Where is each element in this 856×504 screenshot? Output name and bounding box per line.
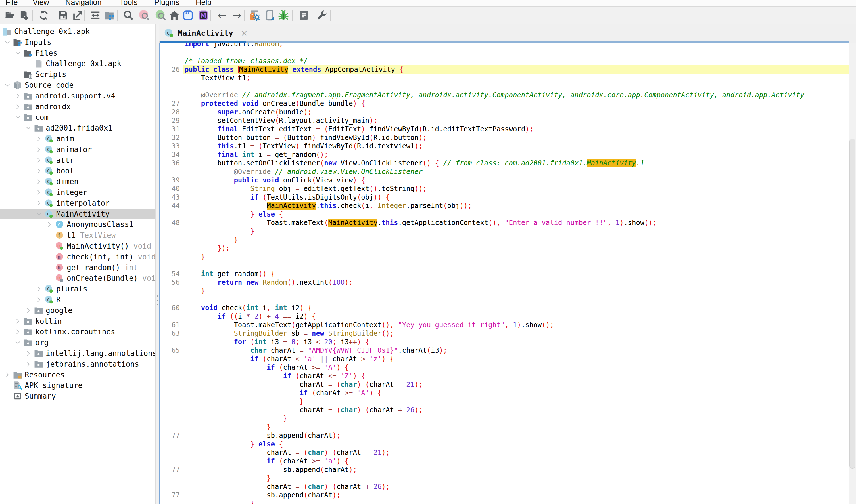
save-all-icon[interactable] (57, 9, 69, 22)
workspace-folder-icon[interactable] (103, 9, 115, 22)
editor-scrollbar[interactable] (849, 43, 856, 504)
tree-item-org[interactable]: org (0, 337, 155, 348)
main-activity-home-icon[interactable] (168, 9, 181, 22)
menu-tools[interactable]: Tools (120, 0, 138, 6)
methods-m-icon[interactable]: M (197, 9, 210, 22)
add-files-icon[interactable] (18, 9, 30, 22)
code-text: if (charAt < 'a' || charAt > 'z') { (250, 355, 394, 363)
code-search-icon[interactable] (155, 9, 167, 22)
chevron-down-icon[interactable] (35, 211, 42, 217)
chevron-right-icon[interactable] (35, 200, 42, 206)
menu-help[interactable]: Help (196, 0, 212, 6)
tree-item-oncreate-bundle[interactable]: monCreate(Bundle) void (0, 273, 155, 284)
line-number: 44 (160, 201, 180, 210)
tree-item-scripts[interactable]: Scripts (0, 69, 155, 80)
tree-item-apk-signature[interactable]: APK signature (0, 380, 155, 391)
chevron-right-icon[interactable] (25, 307, 32, 314)
log-viewer-icon[interactable] (298, 9, 310, 22)
tree-item-bool[interactable]: cbool (0, 165, 155, 176)
chevron-right-icon[interactable] (15, 318, 21, 325)
chevron-right-icon[interactable] (35, 146, 42, 153)
chevron-right-icon[interactable] (35, 286, 42, 292)
code-text: } (234, 236, 238, 244)
fit-width-icon[interactable] (89, 9, 102, 22)
tree-item-t1[interactable]: ft1 TextView (0, 230, 155, 241)
menu-view[interactable]: View (33, 0, 49, 6)
device-icon[interactable] (264, 9, 276, 22)
menu-navigation[interactable]: Navigation (65, 0, 102, 6)
chevron-right-icon[interactable] (35, 157, 42, 164)
code-text: } (300, 397, 303, 406)
tree-item-integer[interactable]: cinteger (0, 187, 155, 198)
editor-scrollbar-thumb[interactable] (850, 139, 855, 469)
tree-item-kotlinx-coroutines[interactable]: kotlinx.coroutines (0, 326, 155, 337)
chevron-right-icon[interactable] (35, 189, 42, 196)
tree-item-attr[interactable]: cattr (0, 155, 155, 166)
tree-item-check-int-int[interactable]: mcheck(int, int) void (0, 251, 155, 262)
menu-plugins[interactable]: Plugins (154, 0, 179, 6)
tree-item-files[interactable]: Files (0, 48, 155, 58)
tree-item-anim[interactable]: canim (0, 133, 155, 144)
chevron-right-icon[interactable] (46, 221, 53, 228)
deobfuscation-icon[interactable] (248, 9, 261, 22)
chevron-down-icon[interactable] (15, 50, 21, 56)
tree-item-label: google (46, 306, 72, 315)
chevron-right-icon[interactable] (25, 350, 32, 357)
tree-item-mainactivity[interactable]: cMainActivity (0, 209, 155, 219)
tree-item-get-random[interactable]: mget_random() int (0, 262, 155, 273)
menu-file[interactable]: File (5, 0, 18, 6)
chevron-right-icon[interactable] (15, 103, 21, 110)
text-search-icon[interactable] (122, 9, 135, 22)
tab-mainactivity[interactable]: c MainActivity × (164, 26, 248, 40)
tree-item-ad2001-frida0x1[interactable]: ad2001.frida0x1 (0, 123, 155, 133)
tree-item-androidx[interactable]: androidx (0, 101, 155, 112)
export-icon[interactable] (72, 9, 84, 22)
chevron-down-icon[interactable] (4, 39, 11, 46)
tree-item-challenge-0x1-apk[interactable]: Challenge 0x1.apk (0, 26, 155, 37)
tree-item-dimen[interactable]: cdimen (0, 176, 155, 187)
tree-item-com[interactable]: com (0, 112, 155, 123)
tree-item-android-support-v4[interactable]: android.support.v4 (0, 91, 155, 101)
tree-item-source-code[interactable]: Source code (0, 80, 155, 91)
preview-window-icon[interactable] (182, 9, 194, 22)
chevron-down-icon[interactable] (25, 125, 32, 131)
tree-item-plurals[interactable]: cplurals (0, 284, 155, 294)
code-editor[interactable]: import java.util.Random;/* loaded from: … (159, 43, 856, 504)
chevron-down-icon[interactable] (15, 114, 21, 121)
tree-item-intellij-lang-annotations[interactable]: intellij.lang.annotations (0, 348, 155, 359)
code-text: String obj = editText.getText().toString… (250, 184, 426, 193)
chevron-right-icon[interactable] (35, 296, 42, 303)
project-tree-panel[interactable]: Challenge 0x1.apkInputsFilesChallenge 0x… (0, 24, 155, 504)
chevron-right-icon[interactable] (4, 372, 11, 378)
chevron-right-icon[interactable] (35, 136, 42, 142)
reload-icon[interactable] (37, 9, 50, 22)
chevron-right-icon[interactable] (25, 361, 32, 367)
tree-item-anonymousclass1[interactable]: cAnonymousClass1 (0, 219, 155, 230)
chevron-right-icon[interactable] (35, 167, 42, 174)
chevron-down-icon[interactable] (4, 82, 11, 89)
tree-item-mainactivity[interactable]: mMainActivity() void (0, 241, 155, 251)
debugger-bug-icon[interactable] (277, 9, 290, 22)
chevron-right-icon[interactable] (35, 178, 42, 185)
tree-item-kotlin[interactable]: kotlin (0, 316, 155, 327)
tree-item-inputs[interactable]: Inputs (0, 37, 155, 48)
open-file-icon[interactable] (3, 9, 16, 22)
tree-item-r[interactable]: cR (0, 294, 155, 305)
tree-item-google[interactable]: google (0, 305, 155, 316)
tree-item-summary[interactable]: Summary (0, 391, 155, 401)
tree-item-challenge-0x1-apk[interactable]: Challenge 0x1.apk (0, 58, 155, 69)
tree-item-resources[interactable]: Resources (0, 370, 155, 380)
class-search-icon[interactable] (138, 9, 151, 22)
tree-item-animator[interactable]: canimator (0, 144, 155, 155)
line-number: 63 (160, 329, 180, 338)
forward-icon[interactable]: → (231, 9, 243, 22)
chevron-right-icon[interactable] (15, 328, 21, 335)
tree-item-jetbrains-annotations[interactable]: jetbrains.annotations (0, 359, 155, 370)
back-icon[interactable]: ← (216, 9, 228, 22)
line-number: 77 (160, 431, 180, 440)
chevron-down-icon[interactable] (15, 339, 21, 346)
chevron-right-icon[interactable] (15, 92, 21, 99)
tree-item-interpolator[interactable]: cinterpolator (0, 198, 155, 209)
close-icon[interactable]: × (241, 28, 248, 38)
preferences-wrench-icon[interactable] (316, 9, 328, 22)
